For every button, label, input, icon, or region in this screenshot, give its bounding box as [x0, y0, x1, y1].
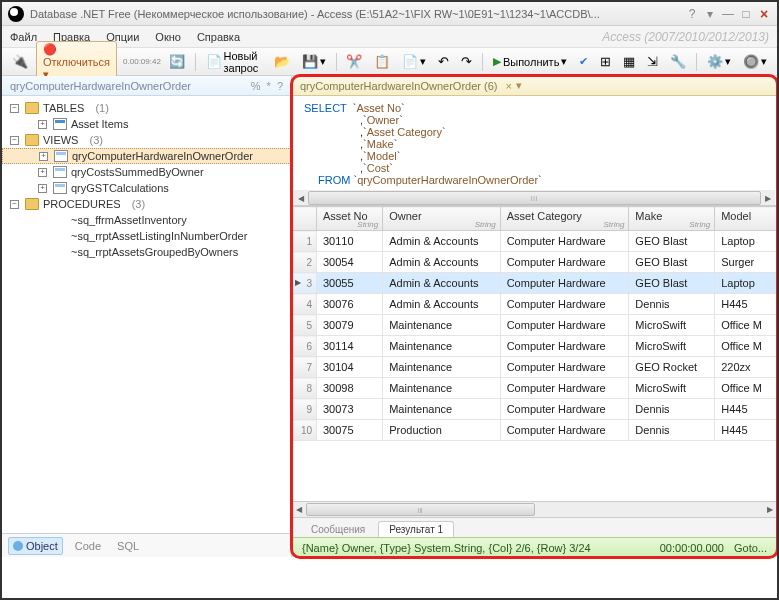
result-tab-messages[interactable]: Сообщения	[300, 521, 376, 537]
cell[interactable]: Laptop	[715, 273, 777, 294]
query-tab-dropdown-icon[interactable]: ▾	[516, 79, 522, 92]
col-header[interactable]: Asset NoString	[317, 207, 383, 231]
cell[interactable]: Maintenance	[383, 378, 500, 399]
sbtab-object[interactable]: Object	[8, 537, 63, 555]
check-icon[interactable]: ✔	[575, 51, 592, 73]
close-button[interactable]: ×	[757, 7, 771, 21]
execute-button[interactable]: ▶ Выполнить ▾	[489, 51, 571, 73]
cell[interactable]: Admin & Accounts	[383, 252, 500, 273]
cell[interactable]: 30098	[317, 378, 383, 399]
copy-icon[interactable]: 📋	[370, 51, 394, 73]
tab-action-star[interactable]: *	[267, 80, 271, 92]
cell[interactable]: H445	[715, 420, 777, 441]
redo-icon[interactable]: ↷	[457, 51, 476, 73]
cell[interactable]: Computer Hardware	[500, 294, 629, 315]
open-icon[interactable]: 📂	[270, 51, 294, 73]
more-icon[interactable]: 🔘▾	[739, 51, 771, 73]
undo-icon[interactable]: ↶	[434, 51, 453, 73]
menu-file[interactable]: Файл	[10, 31, 37, 43]
tree-tables[interactable]: − TABLES (1)	[2, 100, 291, 116]
cell[interactable]: 30114	[317, 336, 383, 357]
cell[interactable]: 30104	[317, 357, 383, 378]
cell[interactable]: Production	[383, 420, 500, 441]
settings-icon[interactable]: ⚙️▾	[703, 51, 735, 73]
tree-proc-item[interactable]: ~sq_rrptAssetsGroupedByOwners	[2, 244, 291, 260]
table-row[interactable]: 630114MaintenanceComputer HardwareMicroS…	[293, 336, 777, 357]
cell[interactable]: H445	[715, 399, 777, 420]
cell[interactable]: 30073	[317, 399, 383, 420]
cell[interactable]: Maintenance	[383, 315, 500, 336]
tree-procedures[interactable]: − PROCEDURES (3)	[2, 196, 291, 212]
col-header[interactable]: Model	[715, 207, 777, 231]
connect-icon[interactable]: 🔌	[8, 51, 32, 73]
cell[interactable]: Maintenance	[383, 336, 500, 357]
cell[interactable]: 30055	[317, 273, 383, 294]
cell[interactable]: Computer Hardware	[500, 231, 629, 252]
new-query-button[interactable]: 📄Новый запрос	[202, 51, 266, 73]
form-icon[interactable]: ▦	[619, 51, 639, 73]
table-row[interactable]: 230054Admin & AccountsComputer HardwareG…	[293, 252, 777, 273]
paste-icon[interactable]: 📄▾	[398, 51, 430, 73]
cell[interactable]: Dennis	[629, 294, 715, 315]
tree-views[interactable]: − VIEWS (3)	[2, 132, 291, 148]
cell[interactable]: Admin & Accounts	[383, 231, 500, 252]
cell[interactable]: 30079	[317, 315, 383, 336]
cell[interactable]: GEO Rocket	[629, 357, 715, 378]
query-tab[interactable]: qryComputerHardwareInOwnerOrder (6) × ▾	[292, 76, 777, 96]
sbtab-code[interactable]: Code	[71, 538, 105, 554]
cell[interactable]: Maintenance	[383, 357, 500, 378]
cell[interactable]: GEO Blast	[629, 273, 715, 294]
col-header[interactable]: MakeString	[629, 207, 715, 231]
save-icon[interactable]: 💾▾	[298, 51, 330, 73]
cell[interactable]: MicroSwift	[629, 378, 715, 399]
result-grid[interactable]: Asset NoStringOwnerStringAsset CategoryS…	[292, 206, 777, 501]
cell[interactable]: 30054	[317, 252, 383, 273]
col-header[interactable]: Asset CategoryString	[500, 207, 629, 231]
help-icon[interactable]: ?	[685, 7, 699, 21]
cell[interactable]: Admin & Accounts	[383, 273, 500, 294]
status-goto[interactable]: Goto...	[734, 542, 767, 554]
cell[interactable]: Computer Hardware	[500, 315, 629, 336]
table-row[interactable]: 430076Admin & AccountsComputer HardwareD…	[293, 294, 777, 315]
sql-hscrollbar[interactable]: ◀▶	[294, 190, 775, 206]
cell[interactable]: GEO Blast	[629, 252, 715, 273]
tools-icon[interactable]: 🔧	[666, 51, 690, 73]
tree-table-item[interactable]: + Asset Items	[2, 116, 291, 132]
cell[interactable]: 30110	[317, 231, 383, 252]
cell[interactable]: Office M	[715, 336, 777, 357]
cell[interactable]: Laptop	[715, 231, 777, 252]
grid-icon[interactable]: ⊞	[596, 51, 615, 73]
table-row[interactable]: 130110Admin & AccountsComputer HardwareG…	[293, 231, 777, 252]
tab-action-pct[interactable]: %	[251, 80, 261, 92]
tree-view-gst[interactable]: + qryGSTCalculations	[2, 180, 291, 196]
table-row[interactable]: 930073MaintenanceComputer HardwareDennis…	[293, 399, 777, 420]
cell[interactable]: Office M	[715, 315, 777, 336]
cell[interactable]: MicroSwift	[629, 315, 715, 336]
cell[interactable]: 220zx	[715, 357, 777, 378]
tab-action-help[interactable]: ?	[277, 80, 283, 92]
cell[interactable]: Computer Hardware	[500, 399, 629, 420]
sbtab-sql[interactable]: SQL	[113, 538, 143, 554]
dropdown-icon[interactable]: ▾	[703, 7, 717, 21]
cell[interactable]: Dennis	[629, 420, 715, 441]
maximize-button[interactable]: □	[739, 7, 753, 21]
table-row[interactable]: 1030075ProductionComputer HardwareDennis…	[293, 420, 777, 441]
cell[interactable]: Office M	[715, 378, 777, 399]
col-header[interactable]: OwnerString	[383, 207, 500, 231]
tree-proc-item[interactable]: ~sq_ffrmAssetInventory	[2, 212, 291, 228]
cell[interactable]: Dennis	[629, 399, 715, 420]
query-tab-close-icon[interactable]: ×	[505, 80, 511, 92]
menu-help[interactable]: Справка	[197, 31, 240, 43]
sql-editor[interactable]: SELECT `Asset No` ,`Owner` ,`Asset Categ…	[292, 96, 777, 206]
cell[interactable]: 30076	[317, 294, 383, 315]
cell[interactable]: Maintenance	[383, 399, 500, 420]
table-row[interactable]: 730104MaintenanceComputer HardwareGEO Ro…	[293, 357, 777, 378]
cell[interactable]: 30075	[317, 420, 383, 441]
cell[interactable]: H445	[715, 294, 777, 315]
cell[interactable]: Computer Hardware	[500, 420, 629, 441]
table-row[interactable]: 830098MaintenanceComputer HardwareMicroS…	[293, 378, 777, 399]
minimize-button[interactable]: —	[721, 7, 735, 21]
result-tab-result1[interactable]: Результат 1	[378, 521, 454, 537]
tree-view-costs[interactable]: + qryCostsSummedByOwner	[2, 164, 291, 180]
cell[interactable]: MicroSwift	[629, 336, 715, 357]
